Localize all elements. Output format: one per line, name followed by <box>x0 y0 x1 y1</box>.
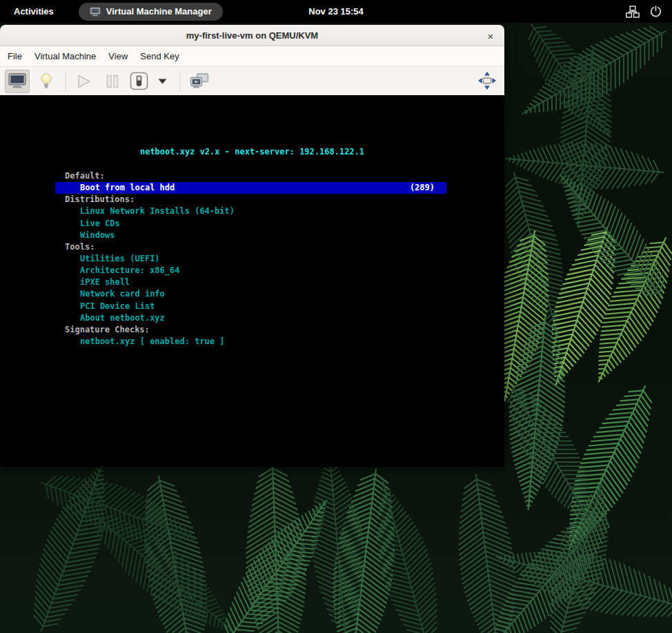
boot-menu-row: Signature Checks: <box>0 324 504 336</box>
activities-button[interactable]: Activities <box>14 6 54 17</box>
vmm-app-icon <box>90 7 101 17</box>
boot-menu-row: Architecture: x86_64 <box>0 265 504 277</box>
boot-menu-row: About netboot.xyz <box>0 312 504 324</box>
console-view-button[interactable] <box>5 70 30 93</box>
toolbar-separator <box>66 72 66 91</box>
details-lightbulb-icon <box>40 72 52 90</box>
shutdown-switch-icon <box>130 72 148 90</box>
run-button[interactable] <box>73 70 95 93</box>
details-button[interactable] <box>37 70 56 93</box>
desktop: { "topbar": { "activities": "Activities"… <box>0 0 672 633</box>
boot-countdown: (289) <box>410 182 435 194</box>
focused-app-button[interactable]: Virtual Machine Manager <box>79 3 223 21</box>
boot-menu-row: netboot.xyz [ enabled: true ] <box>0 336 504 348</box>
pause-button[interactable] <box>103 70 122 93</box>
menubar: File Virtual Machine View Send Key <box>0 46 504 67</box>
toolbar-separator <box>179 72 180 91</box>
menu-view[interactable]: View <box>102 46 134 67</box>
system-status-area[interactable] <box>624 0 664 23</box>
boot-menu-row: Utilities (UEFI) <box>0 253 504 265</box>
fullscreen-button[interactable] <box>475 69 499 92</box>
menu-file[interactable]: File <box>1 46 28 67</box>
boot-menu-selected-row: Boot from local hdd(289) <box>55 182 446 194</box>
netboot-title: netboot.xyz v2.x - next-server: 192.168.… <box>0 147 504 157</box>
boot-menu-row: Windows <box>0 230 504 241</box>
snapshots-button[interactable] <box>188 70 211 93</box>
boot-menu-row: Distributions: <box>0 194 504 205</box>
pause-icon <box>106 74 119 88</box>
fullscreen-arrows-icon <box>477 71 497 90</box>
boot-menu-row: Default: <box>0 170 504 182</box>
console-monitor-icon <box>8 73 26 89</box>
clock[interactable]: Nov 23 15:54 <box>308 0 364 23</box>
boot-menu-row: Network card info <box>0 288 504 300</box>
power-icon[interactable] <box>647 3 664 20</box>
boot-menu-row: PCI Device List <box>0 301 504 312</box>
boot-menu-row: Linux Network Installs (64-bit) <box>0 205 504 217</box>
selected-row-label: Boot from local hdd <box>80 182 175 194</box>
boot-menu-row: Tools: <box>0 241 504 253</box>
menu-send-key[interactable]: Send Key <box>134 46 185 67</box>
vmm-window: my-first-live-vm on QEMU/KVM × File Virt… <box>0 25 504 467</box>
network-icon[interactable] <box>624 3 641 20</box>
focused-app-label: Virtual Machine Manager <box>106 6 212 17</box>
run-play-icon <box>77 74 92 89</box>
shutdown-menu-caret-icon <box>158 79 167 84</box>
vm-toolbar <box>0 67 504 95</box>
shutdown-button[interactable] <box>128 70 149 93</box>
menu-virtual-machine[interactable]: Virtual Machine <box>28 46 102 67</box>
boot-menu-row: Live CDs <box>0 218 504 230</box>
snapshots-monitors-icon <box>190 73 209 89</box>
vm-console-viewport[interactable]: netboot.xyz v2.x - next-server: 192.168.… <box>0 95 504 467</box>
gnome-top-bar: Activities Virtual Machine Manager Nov 2… <box>0 0 672 23</box>
window-title: my-first-live-vm on QEMU/KVM <box>186 30 318 41</box>
boot-menu: Default:Boot from local hdd(289)Distribu… <box>0 170 504 348</box>
boot-menu-row: iPXE shell <box>0 277 504 288</box>
window-titlebar[interactable]: my-first-live-vm on QEMU/KVM × <box>0 25 504 46</box>
close-icon[interactable]: × <box>482 28 499 44</box>
shutdown-menu-button[interactable] <box>155 70 169 93</box>
